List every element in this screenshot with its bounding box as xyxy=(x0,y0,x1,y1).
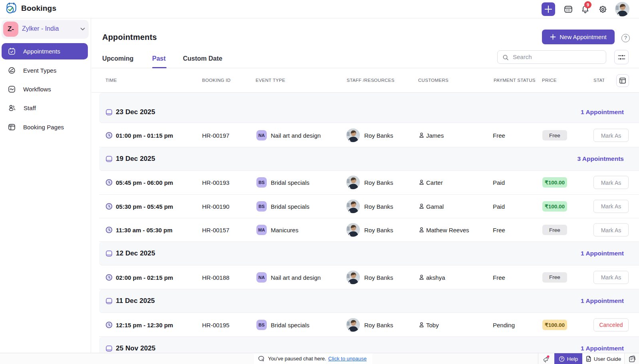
svg-text:?: ? xyxy=(561,357,563,361)
